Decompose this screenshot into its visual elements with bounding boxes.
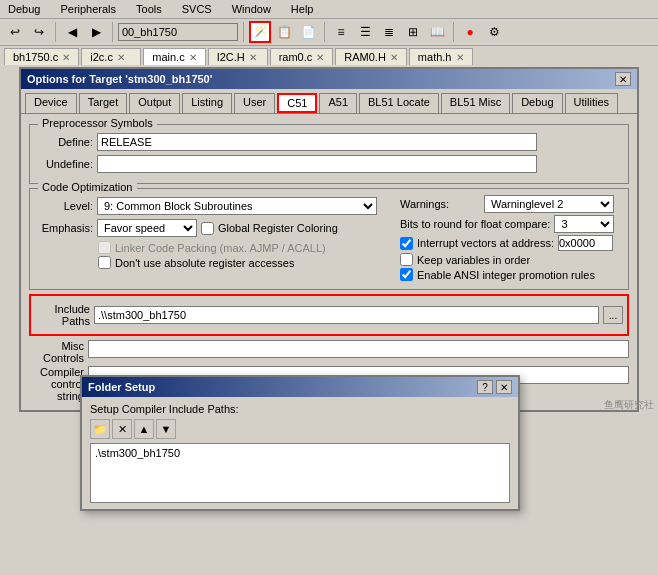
file-tab-label: ram0.c bbox=[279, 51, 313, 63]
close-icon[interactable]: ✕ bbox=[456, 52, 464, 63]
tab-bl51-misc[interactable]: BL51 Misc bbox=[441, 93, 510, 113]
file-tab-RAM0H[interactable]: RAM0.H ✕ bbox=[335, 48, 407, 65]
code-optimization-title: Code Optimization bbox=[38, 181, 137, 193]
align-justify-button[interactable]: ⊞ bbox=[402, 21, 424, 43]
misc-label: Misc bbox=[61, 340, 84, 352]
tab-listing[interactable]: Listing bbox=[182, 93, 232, 113]
tab-debug[interactable]: Debug bbox=[512, 93, 562, 113]
file-tab-bh1750[interactable]: bh1750.c ✕ bbox=[4, 48, 79, 65]
no-absolute-row: Don't use absolute register accesses bbox=[38, 256, 392, 269]
tab-user[interactable]: User bbox=[234, 93, 275, 113]
interrupt-address-input[interactable] bbox=[558, 235, 613, 251]
close-icon[interactable]: ✕ bbox=[62, 52, 70, 63]
compiler-label: Compiler bbox=[40, 366, 84, 378]
folder-subtitle: Setup Compiler Include Paths: bbox=[90, 403, 510, 415]
magic-wand-button[interactable]: 🪄 bbox=[249, 21, 271, 43]
folder-down-button[interactable]: ▼ bbox=[156, 419, 176, 439]
keep-variables-checkbox[interactable] bbox=[400, 253, 413, 266]
separator-4 bbox=[324, 22, 325, 42]
misc-controls-input[interactable] bbox=[88, 340, 629, 358]
misc-controls-row: Misc Controls bbox=[29, 340, 629, 364]
folder-help-button[interactable]: ? bbox=[477, 380, 493, 394]
align-right-button[interactable]: ≣ bbox=[378, 21, 400, 43]
tab-device[interactable]: Device bbox=[25, 93, 77, 113]
close-icon[interactable]: ✕ bbox=[117, 52, 125, 63]
file-tab-mainc[interactable]: main.c ✕ bbox=[143, 48, 205, 65]
menu-help[interactable]: Help bbox=[287, 2, 318, 16]
book-button[interactable]: 📖 bbox=[426, 21, 448, 43]
undo-button[interactable]: ↩ bbox=[4, 21, 26, 43]
interrupt-vectors-checkbox[interactable] bbox=[400, 237, 413, 250]
folder-close-button[interactable]: ✕ bbox=[496, 380, 512, 394]
tab-bl51-locate[interactable]: BL51 Locate bbox=[359, 93, 439, 113]
copy-button[interactable]: 📋 bbox=[273, 21, 295, 43]
undefine-input[interactable] bbox=[97, 155, 537, 173]
define-row: Define: bbox=[38, 133, 620, 151]
file-tab-I2CH[interactable]: I2C.H ✕ bbox=[208, 48, 268, 65]
enable-ansi-checkbox[interactable] bbox=[400, 268, 413, 281]
folder-dialog-titlebar: Folder Setup ? ✕ bbox=[82, 377, 518, 397]
align-left-button[interactable]: ≡ bbox=[330, 21, 352, 43]
separator-2 bbox=[112, 22, 113, 42]
emphasis-select[interactable]: Favor speed bbox=[97, 219, 197, 237]
align-center-button[interactable]: ☰ bbox=[354, 21, 376, 43]
paste-button[interactable]: 📄 bbox=[297, 21, 319, 43]
file-tabbar: bh1750.c ✕ i2c.c ✕ main.c ✕ I2C.H ✕ ram0… bbox=[0, 46, 658, 65]
options-dialog-close[interactable]: ✕ bbox=[615, 72, 631, 86]
folder-dialog: Folder Setup ? ✕ Setup Compiler Include … bbox=[80, 375, 520, 511]
file-tab-label: I2C.H bbox=[217, 51, 245, 63]
warnings-select[interactable]: Warninglevel 2 bbox=[484, 195, 614, 213]
file-tab-mathh[interactable]: math.h ✕ bbox=[409, 48, 473, 65]
close-icon[interactable]: ✕ bbox=[189, 52, 197, 63]
undefine-row: Undefine: bbox=[38, 155, 620, 173]
close-icon[interactable]: ✕ bbox=[316, 52, 324, 63]
include-paths-input[interactable] bbox=[94, 306, 599, 324]
menu-debug[interactable]: Debug bbox=[4, 2, 44, 16]
right-col: Warnings: Warninglevel 2 Bits to round f… bbox=[400, 193, 620, 283]
global-register-checkbox[interactable] bbox=[201, 222, 214, 235]
folder-up-button[interactable]: ▲ bbox=[134, 419, 154, 439]
folder-delete-button[interactable]: ✕ bbox=[112, 419, 132, 439]
target-name-input[interactable]: 00_bh1750 bbox=[118, 23, 238, 41]
folder-new-button[interactable]: 📁 bbox=[90, 419, 110, 439]
forward-button[interactable]: ▶ bbox=[85, 21, 107, 43]
menu-svcs[interactable]: SVCS bbox=[178, 2, 216, 16]
keep-variables-label: Keep variables in order bbox=[417, 254, 530, 266]
bits-round-select[interactable]: 3 bbox=[554, 215, 614, 233]
level-select[interactable]: 9: Common Block Subroutines bbox=[97, 197, 377, 215]
close-icon[interactable]: ✕ bbox=[249, 52, 257, 63]
undefine-label: Undefine: bbox=[38, 158, 93, 170]
tab-target[interactable]: Target bbox=[79, 93, 128, 113]
no-absolute-checkbox[interactable] bbox=[98, 256, 111, 269]
browse-button[interactable]: ... bbox=[603, 306, 623, 324]
interrupt-vectors-label: Interrupt vectors at address: bbox=[417, 237, 554, 249]
options-dialog-body: Preprocessor Symbols Define: Undefine: C… bbox=[21, 114, 637, 410]
bits-round-label: Bits to round for float compare: bbox=[400, 218, 550, 230]
file-tab-label: math.h bbox=[418, 51, 452, 63]
settings-button[interactable]: ⚙ bbox=[483, 21, 505, 43]
misc-controls-label: Controls bbox=[43, 352, 84, 364]
file-tab-i2cc[interactable]: i2c.c ✕ bbox=[81, 48, 141, 65]
menu-tools[interactable]: Tools bbox=[132, 2, 166, 16]
include-label: Include bbox=[55, 303, 90, 315]
run-button[interactable]: ● bbox=[459, 21, 481, 43]
linker-code-checkbox[interactable] bbox=[98, 241, 111, 254]
menu-window[interactable]: Window bbox=[228, 2, 275, 16]
include-row: Include Paths ... bbox=[35, 303, 623, 327]
tab-c51[interactable]: C51 bbox=[277, 93, 317, 113]
options-dialog: Options for Target 'stm300_bh1750' ✕ Dev… bbox=[19, 67, 639, 412]
tab-a51[interactable]: A51 bbox=[319, 93, 357, 113]
tab-utilities[interactable]: Utilities bbox=[565, 93, 618, 113]
menu-peripherals[interactable]: Peripherals bbox=[56, 2, 120, 16]
back-button[interactable]: ◀ bbox=[61, 21, 83, 43]
file-tab-ram0c[interactable]: ram0.c ✕ bbox=[270, 48, 334, 65]
redo-button[interactable]: ↪ bbox=[28, 21, 50, 43]
tab-output[interactable]: Output bbox=[129, 93, 180, 113]
close-icon[interactable]: ✕ bbox=[390, 52, 398, 63]
file-tab-label: i2c.c bbox=[90, 51, 113, 63]
enable-ansi-label: Enable ANSI integer promotion rules bbox=[417, 269, 595, 281]
options-dialog-titlebar: Options for Target 'stm300_bh1750' ✕ bbox=[21, 69, 637, 89]
separator-1 bbox=[55, 22, 56, 42]
linker-code-row: Linker Code Packing (max. AJMP / ACALL) bbox=[38, 241, 392, 254]
define-input[interactable] bbox=[97, 133, 537, 151]
